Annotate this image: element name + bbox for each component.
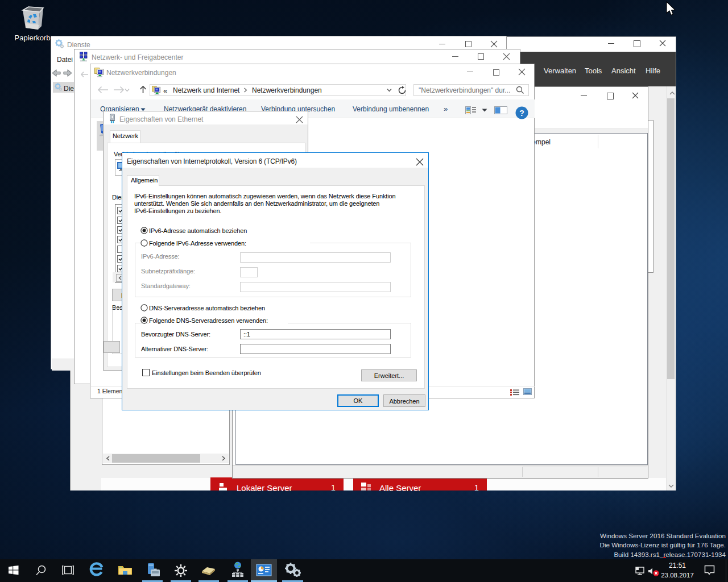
svg-text:?: ? bbox=[519, 109, 524, 118]
